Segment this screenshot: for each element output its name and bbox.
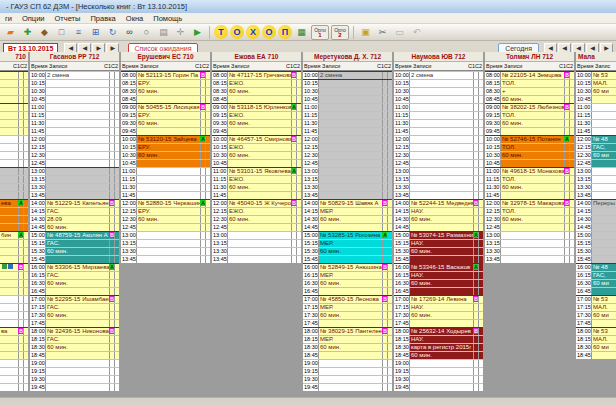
appointment-row[interactable]: 09:45 xyxy=(212,127,301,135)
slot-row[interactable]: 11:45 xyxy=(121,191,210,199)
slot-row[interactable] xyxy=(0,183,28,191)
slot-row[interactable]: 11:15 xyxy=(30,111,119,119)
slot-row[interactable]: 15:30 xyxy=(576,247,616,255)
appointment-row[interactable]: 10:15МАЛ. xyxy=(576,79,616,87)
slot-row[interactable]: 10:15 xyxy=(30,79,119,87)
slot-row[interactable]: 11:30 xyxy=(303,119,392,127)
appointment-row[interactable]: 09:3060 мин. xyxy=(121,119,210,127)
slot-row[interactable]: 19:15 xyxy=(303,367,392,375)
appointment-row[interactable]: 10:00№ 53 xyxy=(576,71,616,79)
slot-row[interactable] xyxy=(0,383,28,391)
scissors-icon[interactable]: ✂ xyxy=(375,26,390,39)
appointment-row[interactable]: 14:15НАУ. xyxy=(394,207,483,215)
ortho-button-1[interactable]: Орто1 xyxy=(311,25,329,40)
slot-row[interactable]: 11:30 xyxy=(394,119,483,127)
appointment-row[interactable]: 12:3060 мин. xyxy=(485,215,574,223)
slot-row[interactable]: 11:00 xyxy=(121,167,210,175)
appointment-row[interactable]: 17:45 xyxy=(303,319,392,327)
letter-button-Х-2[interactable]: Х xyxy=(246,25,260,39)
add-green-icon[interactable]: ✚ xyxy=(20,26,35,39)
slot-row[interactable]: 12:45 xyxy=(303,159,392,167)
slot-row[interactable]: 11:15 xyxy=(394,111,483,119)
list-icon[interactable]: ≡ xyxy=(71,26,86,39)
appointment-row[interactable]: 17:00№ 53 xyxy=(576,295,616,303)
slot-row[interactable] xyxy=(0,71,28,79)
photo-icon[interactable]: ▦ xyxy=(294,26,309,39)
slot-row[interactable] xyxy=(0,319,28,327)
appointment-row[interactable]: 18:45 xyxy=(30,351,119,359)
slot-row[interactable]: 11:00 xyxy=(394,103,483,111)
slot-row[interactable]: 13:45 xyxy=(394,191,483,199)
appointment-row[interactable]: 11:00№ 49618-15 МонаховаВ xyxy=(485,167,574,175)
slot-row[interactable]: 11:30 xyxy=(30,119,119,127)
appointment-row[interactable]: 17:00№ 52295-15 ИшамбаеваВ xyxy=(30,295,119,303)
jug-icon[interactable]: ◆ xyxy=(37,26,52,39)
appointment-row[interactable]: 18:30карта в регистр 2015г xyxy=(394,343,483,351)
appointment-row[interactable]: 14:3060 мин. xyxy=(303,215,392,223)
slot-row[interactable]: 13:30 xyxy=(576,183,616,191)
slot-row[interactable] xyxy=(0,223,28,231)
slot-row[interactable]: 13:00 xyxy=(576,167,616,175)
appointment-row[interactable]: 16:00№ 48 xyxy=(576,263,616,271)
appointment-row[interactable]: 15:00№ 48759-15 Аколян АВ xyxy=(30,231,119,239)
appointment-row[interactable]: 14:45 xyxy=(303,223,392,231)
slot-row[interactable] xyxy=(0,287,28,295)
slot-row[interactable] xyxy=(0,295,28,303)
appointment-row[interactable]: 12:45 xyxy=(485,223,574,231)
slot-row[interactable]: 13:15 xyxy=(121,239,210,247)
slot-row[interactable]: 12:30 xyxy=(394,151,483,159)
paint-icon[interactable]: ▰ xyxy=(3,26,18,39)
slot-row[interactable]: 10:002 смена xyxy=(394,71,483,79)
appointment-row[interactable]: 09:45 xyxy=(121,127,210,135)
slot-row[interactable]: 14:00Переры xyxy=(576,199,616,207)
appointment-row[interactable]: 09:3060 мин. xyxy=(212,119,301,127)
slot-row[interactable] xyxy=(0,111,28,119)
menu-item-опции[interactable]: Опции xyxy=(17,14,50,23)
appointment-row[interactable]: 16:15ГАС, xyxy=(576,271,616,279)
slot-row[interactable]: 10:002 смена xyxy=(30,71,119,79)
slot-row[interactable] xyxy=(0,351,28,359)
appointment-row[interactable]: 15:3060 мин. xyxy=(30,247,119,255)
slot-row[interactable] xyxy=(0,135,28,143)
appointment-row[interactable]: 14:00№ 52244-15 МедведеваВ xyxy=(394,199,483,207)
appointment-row[interactable]: 17:3060 мин. xyxy=(303,311,392,319)
appointment-row[interactable]: 14:4560 мин. xyxy=(30,223,119,231)
slot-row[interactable]: 13:45 xyxy=(30,191,119,199)
slot-row[interactable] xyxy=(0,127,28,135)
slot-row[interactable]: 13:30 xyxy=(30,183,119,191)
appointment-row[interactable]: 16:00№ 53346-15 ВасюковА xyxy=(394,263,483,271)
appointment-row[interactable]: 16:15ГАС. xyxy=(30,271,119,279)
run-icon[interactable]: ▶ xyxy=(190,26,205,39)
slot-row[interactable]: 14:30 xyxy=(576,215,616,223)
slot-row[interactable]: 11:45 xyxy=(303,127,392,135)
menu-item-окна[interactable]: Окна xyxy=(121,14,148,23)
slot-row[interactable]: 19:45 xyxy=(30,383,119,391)
slot-row[interactable]: 11:45 xyxy=(394,127,483,135)
slot-row[interactable]: 19:00 xyxy=(30,359,119,367)
slot-row[interactable]: 11:15 xyxy=(576,111,616,119)
slot-row[interactable]: 13:00 xyxy=(121,231,210,239)
slot-row[interactable]: 12:45 xyxy=(30,159,119,167)
search-icon[interactable]: ○ xyxy=(139,26,154,39)
slot-row[interactable] xyxy=(0,271,28,279)
slot-row[interactable]: 13:00 xyxy=(485,231,574,239)
appointment-row[interactable]: 10:45 xyxy=(485,159,574,167)
appointment-row[interactable]: 09:00№ 50455-15 ЛисицкаяВ xyxy=(121,103,210,111)
appointment-row[interactable]: 18:3060 ми xyxy=(576,343,616,351)
appointment-row[interactable]: 10:45 xyxy=(121,159,210,167)
slot-row[interactable]: 15:45 xyxy=(576,255,616,263)
slot-row[interactable]: 11:15 xyxy=(121,175,210,183)
copy-icon[interactable]: ▭ xyxy=(392,26,407,39)
slot-row[interactable]: 13:00 xyxy=(30,167,119,175)
appointment-row[interactable]: 08:3060 мин. xyxy=(121,87,210,95)
appointment-row[interactable]: 10:15ЕЖО. xyxy=(212,143,301,151)
letter-button-Т-0[interactable]: Т xyxy=(214,25,228,39)
slot-row[interactable]: 12:15 xyxy=(303,143,392,151)
slot-row[interactable]: 14:45 xyxy=(576,223,616,231)
appointment-row[interactable]: 16:45 xyxy=(576,287,616,295)
slot-row[interactable]: 13:45 xyxy=(212,255,301,263)
appointment-row[interactable]: 08:00№ 52113-15 Горин ПаВ xyxy=(121,71,210,79)
appointment-row[interactable]: 18:00№ 53 xyxy=(576,327,616,335)
appointment-row[interactable]: 18:00№ 32436-15 НиконоваВ xyxy=(30,327,119,335)
slot-row[interactable] xyxy=(0,303,28,311)
